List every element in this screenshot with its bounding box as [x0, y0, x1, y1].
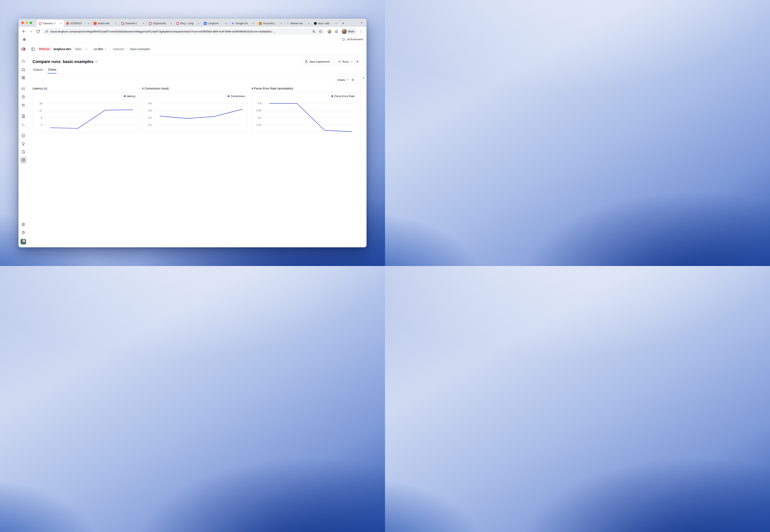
charts-filter-dropdown[interactable]: Charts 3: [335, 77, 357, 83]
minimize-window-button[interactable]: [25, 22, 28, 24]
sidebar-item-search[interactable]: [20, 58, 27, 65]
sidebar-item-home[interactable]: [20, 66, 27, 73]
reload-icon[interactable]: [35, 29, 40, 34]
breadcrumb-datasets-link[interactable]: Datasets: [113, 47, 124, 51]
browser-tab[interactable]: 20250923×: [64, 20, 92, 27]
tab-close-icon[interactable]: ×: [59, 22, 62, 25]
profile-name: Work: [348, 30, 354, 33]
page-title: Compare runs: basic-examples: [32, 59, 93, 64]
user-avatar[interactable]: [21, 239, 26, 244]
app-body: Compare runs: basic-examples New experim…: [18, 55, 367, 247]
app-sidebar: [18, 55, 28, 247]
tab-charts[interactable]: Charts: [47, 67, 57, 73]
browser-menu-kebab-icon[interactable]: [359, 29, 364, 34]
bookmark-star-icon[interactable]: [318, 29, 323, 34]
environment-badge[interactable]: PROD-EU: [37, 47, 51, 51]
sidebar-item-prompts[interactable]: [20, 113, 27, 120]
browser-tab[interactable]: Google Ge×: [229, 20, 257, 27]
tab-close-icon[interactable]: ×: [142, 22, 145, 25]
tab-title: Langfuse: [208, 22, 223, 25]
tab-list-chevron-icon[interactable]: [359, 20, 364, 25]
all-bookmarks[interactable]: All Bookmarks: [339, 38, 363, 41]
info-icon[interactable]: [95, 60, 98, 63]
tab-close-icon[interactable]: ×: [279, 22, 283, 25]
collapse-panel-chevron-icon[interactable]: [362, 77, 365, 80]
chart-legend: latency: [124, 95, 135, 98]
sidebar-item-dashboards[interactable]: [20, 74, 27, 81]
sidebar-item-support[interactable]: [20, 229, 27, 236]
extension-avatar-icon[interactable]: [327, 29, 332, 34]
back-icon[interactable]: [21, 29, 26, 34]
sidebar-item-insights[interactable]: [20, 140, 27, 147]
fullscreen-window-button[interactable]: [30, 22, 32, 24]
langfuse-favicon-icon: [149, 22, 151, 25]
sidebar-item-users[interactable]: [20, 102, 27, 109]
chart-canvas[interactable]: Correctness 0.20.40.60.8: [142, 92, 248, 132]
help-circle-icon: [21, 231, 25, 235]
browser-tab[interactable]: docs: add×: [312, 20, 339, 27]
new-tab-button[interactable]: +: [340, 21, 346, 26]
url-text[interactable]: cloud.langfuse.com/project/cmfwgv8fx002o…: [50, 30, 310, 33]
tab-close-icon[interactable]: ×: [87, 22, 90, 25]
close-window-button[interactable]: [21, 22, 24, 24]
svg-text:8: 8: [41, 116, 42, 119]
site-settings-icon[interactable]: [45, 29, 48, 34]
project-switcher-chevron-icon[interactable]: [104, 48, 107, 50]
tab-outputs[interactable]: Outputs: [32, 67, 43, 73]
address-bar[interactable]: cloud.langfuse.com/project/cmfwgv8fx002o…: [42, 28, 325, 35]
sidebar-item-tracing[interactable]: [20, 85, 27, 92]
charts-count-badge: 3: [350, 78, 355, 82]
new-experiment-button[interactable]: New experiment: [302, 58, 333, 65]
sidebar-item-annotation[interactable]: [20, 148, 27, 155]
tab-close-icon[interactable]: ×: [169, 22, 172, 25]
git-favicon-icon: [94, 22, 96, 25]
all-bookmarks-label: All Bookmarks: [347, 38, 363, 41]
breadcrumb-current[interactable]: basic-examples: [130, 47, 150, 51]
runs-dropdown-button[interactable]: Runs 4: [335, 58, 363, 65]
search-icon: [21, 59, 25, 63]
forward-icon[interactable]: [28, 29, 33, 34]
project-switcher[interactable]: no-filter: [94, 47, 107, 51]
browser-tab[interactable]: Blog - Lang×: [174, 20, 202, 27]
extensions-puzzle-icon[interactable]: [334, 29, 339, 34]
svg-text:0.4: 0.4: [148, 116, 152, 119]
runs-count-badge: 4: [355, 60, 360, 64]
sidebar-toggle-icon[interactable]: [30, 47, 35, 52]
bluedoc-favicon-icon: [204, 22, 207, 25]
browser-tab[interactable]: Datasets | l×: [37, 20, 64, 27]
tab-close-icon[interactable]: ×: [114, 22, 117, 25]
apps-grid-icon[interactable]: [22, 37, 27, 42]
tab-close-icon[interactable]: ×: [224, 22, 228, 25]
browser-tab[interactable]: Marlies we×: [284, 20, 312, 27]
org-name[interactable]: langfuse-dev: [53, 47, 71, 51]
langfuse-favicon-icon: [176, 22, 179, 25]
tab-close-icon[interactable]: ×: [252, 22, 255, 25]
chart-title: Latency (s): [32, 87, 138, 90]
chart-canvas[interactable]: Parse Error Rate 0.150.30.450.6: [252, 92, 357, 132]
list-icon: [338, 60, 341, 63]
langfuse-logo[interactable]: [18, 47, 28, 51]
browser-tab[interactable]: Accounts |×: [257, 20, 284, 27]
page-actions: New experiment Runs 4: [302, 58, 363, 65]
browser-tab[interactable]: Langfuse×: [202, 20, 229, 27]
home-icon: [21, 68, 25, 71]
sidebar-item-settings[interactable]: [20, 221, 27, 228]
profile-avatar: [342, 29, 347, 34]
org-switcher-chevron-icon[interactable]: [85, 48, 88, 50]
cube-favicon-icon: [259, 22, 262, 25]
sidebar-item-playground[interactable]: [20, 121, 27, 128]
tab-close-icon[interactable]: ×: [335, 22, 338, 25]
browser-profile-chip[interactable]: Work: [341, 28, 357, 34]
tab-close-icon[interactable]: ×: [197, 22, 200, 25]
tab-close-icon[interactable]: ×: [307, 22, 310, 25]
browser-tab[interactable]: Organizatio×: [147, 20, 174, 27]
sidebar-item-sessions[interactable]: [20, 93, 27, 100]
browser-tab[interactable]: Datasets |×: [119, 20, 147, 27]
zoom-icon[interactable]: [312, 29, 316, 34]
browser-tab[interactable]: feat(io-tab×: [92, 20, 119, 27]
sidebar-item-evaluation[interactable]: [20, 132, 27, 139]
legend-dot-icon: [228, 95, 230, 97]
chart-canvas[interactable]: latency 481216: [32, 92, 138, 132]
sidebar-item-datasets[interactable]: [20, 157, 27, 164]
tab-title: feat(io-tab: [98, 22, 113, 25]
